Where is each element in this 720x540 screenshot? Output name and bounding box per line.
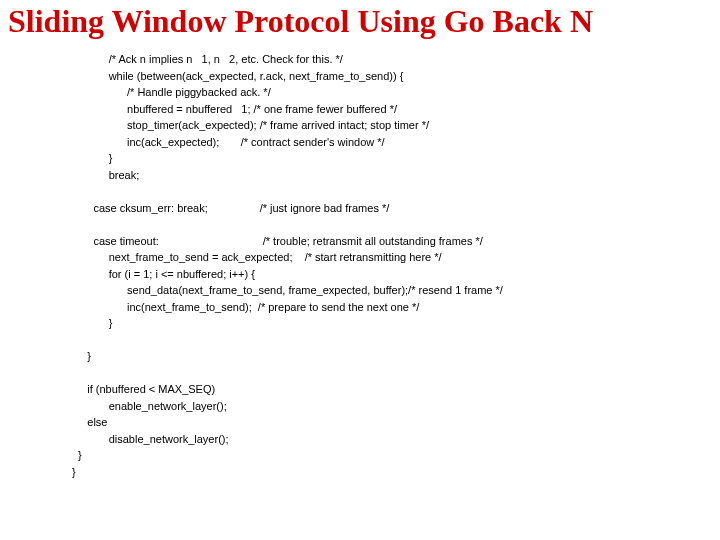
slide: Sliding Window Protocol Using Go Back N … (0, 0, 720, 540)
slide-title: Sliding Window Protocol Using Go Back N (8, 4, 712, 39)
code-block: /* Ack n implies n 1, n 2, etc. Check fo… (8, 51, 712, 480)
